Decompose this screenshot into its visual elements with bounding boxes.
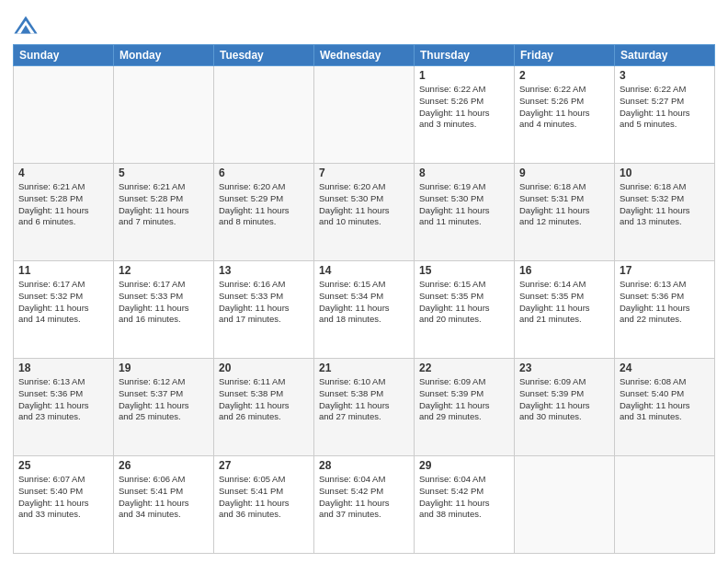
- calendar-cell: 14Sunrise: 6:15 AM Sunset: 5:34 PM Dayli…: [314, 261, 415, 359]
- day-number: 7: [319, 167, 409, 179]
- calendar-cell: [214, 66, 314, 164]
- day-info: Sunrise: 6:04 AM Sunset: 5:42 PM Dayligh…: [419, 474, 509, 521]
- day-info: Sunrise: 6:17 AM Sunset: 5:33 PM Dayligh…: [119, 279, 209, 326]
- day-info: Sunrise: 6:22 AM Sunset: 5:26 PM Dayligh…: [519, 84, 609, 131]
- day-info: Sunrise: 6:20 AM Sunset: 5:29 PM Dayligh…: [219, 181, 309, 228]
- day-info: Sunrise: 6:04 AM Sunset: 5:42 PM Dayligh…: [319, 474, 409, 521]
- day-info: Sunrise: 6:18 AM Sunset: 5:32 PM Dayligh…: [620, 181, 710, 228]
- day-info: Sunrise: 6:15 AM Sunset: 5:34 PM Dayligh…: [319, 279, 409, 326]
- day-number: 3: [620, 69, 710, 82]
- day-info: Sunrise: 6:13 AM Sunset: 5:36 PM Dayligh…: [620, 279, 710, 326]
- page: SundayMondayTuesdayWednesdayThursdayFrid…: [0, 0, 728, 563]
- day-info: Sunrise: 6:08 AM Sunset: 5:40 PM Dayligh…: [620, 376, 710, 423]
- calendar-cell: [515, 456, 615, 554]
- weekday-header-monday: Monday: [114, 45, 214, 66]
- day-number: 13: [219, 264, 309, 277]
- calendar-cell: 24Sunrise: 6:08 AM Sunset: 5:40 PM Dayli…: [615, 359, 715, 456]
- day-number: 22: [419, 362, 509, 374]
- day-info: Sunrise: 6:10 AM Sunset: 5:38 PM Dayligh…: [319, 376, 409, 423]
- day-info: Sunrise: 6:11 AM Sunset: 5:38 PM Dayligh…: [219, 376, 309, 423]
- day-info: Sunrise: 6:06 AM Sunset: 5:41 PM Dayligh…: [119, 474, 209, 521]
- calendar-cell: 2Sunrise: 6:22 AM Sunset: 5:26 PM Daylig…: [515, 66, 615, 164]
- calendar-table: SundayMondayTuesdayWednesdayThursdayFrid…: [13, 44, 715, 554]
- day-number: 18: [18, 362, 108, 374]
- calendar-cell: 27Sunrise: 6:05 AM Sunset: 5:41 PM Dayli…: [214, 456, 314, 554]
- weekday-header-thursday: Thursday: [415, 45, 515, 66]
- week-row-1: 1Sunrise: 6:22 AM Sunset: 5:26 PM Daylig…: [14, 66, 715, 164]
- day-info: Sunrise: 6:13 AM Sunset: 5:36 PM Dayligh…: [18, 376, 108, 423]
- day-info: Sunrise: 6:21 AM Sunset: 5:28 PM Dayligh…: [119, 181, 209, 228]
- calendar-cell: [114, 66, 214, 164]
- day-number: 16: [519, 264, 609, 277]
- day-number: 27: [219, 459, 309, 472]
- calendar-cell: 17Sunrise: 6:13 AM Sunset: 5:36 PM Dayli…: [615, 261, 715, 359]
- calendar-cell: 13Sunrise: 6:16 AM Sunset: 5:33 PM Dayli…: [214, 261, 314, 359]
- week-row-4: 18Sunrise: 6:13 AM Sunset: 5:36 PM Dayli…: [14, 359, 715, 456]
- day-number: 9: [519, 167, 609, 179]
- day-number: 29: [419, 459, 509, 472]
- calendar-cell: 16Sunrise: 6:14 AM Sunset: 5:35 PM Dayli…: [515, 261, 615, 359]
- day-number: 25: [18, 459, 108, 472]
- logo: [13, 13, 40, 39]
- day-info: Sunrise: 6:21 AM Sunset: 5:28 PM Dayligh…: [18, 181, 108, 228]
- calendar-cell: 20Sunrise: 6:11 AM Sunset: 5:38 PM Dayli…: [214, 359, 314, 456]
- day-number: 15: [419, 264, 509, 277]
- calendar-cell: 7Sunrise: 6:20 AM Sunset: 5:30 PM Daylig…: [314, 164, 415, 261]
- calendar-cell: [314, 66, 415, 164]
- calendar-cell: 4Sunrise: 6:21 AM Sunset: 5:28 PM Daylig…: [14, 164, 114, 261]
- day-number: 5: [119, 167, 209, 179]
- day-number: 17: [620, 264, 710, 277]
- calendar-cell: 15Sunrise: 6:15 AM Sunset: 5:35 PM Dayli…: [415, 261, 515, 359]
- week-row-5: 25Sunrise: 6:07 AM Sunset: 5:40 PM Dayli…: [14, 456, 715, 554]
- day-info: Sunrise: 6:05 AM Sunset: 5:41 PM Dayligh…: [219, 474, 309, 521]
- day-number: 14: [319, 264, 409, 277]
- day-number: 6: [219, 167, 309, 179]
- day-number: 10: [620, 167, 710, 179]
- day-number: 28: [319, 459, 409, 472]
- calendar-cell: 28Sunrise: 6:04 AM Sunset: 5:42 PM Dayli…: [314, 456, 415, 554]
- weekday-header-row: SundayMondayTuesdayWednesdayThursdayFrid…: [14, 45, 715, 66]
- day-number: 12: [119, 264, 209, 277]
- calendar-cell: 1Sunrise: 6:22 AM Sunset: 5:26 PM Daylig…: [415, 66, 515, 164]
- calendar-cell: 3Sunrise: 6:22 AM Sunset: 5:27 PM Daylig…: [615, 66, 715, 164]
- calendar-cell: 10Sunrise: 6:18 AM Sunset: 5:32 PM Dayli…: [615, 164, 715, 261]
- day-info: Sunrise: 6:18 AM Sunset: 5:31 PM Dayligh…: [519, 181, 609, 228]
- calendar-cell: 22Sunrise: 6:09 AM Sunset: 5:39 PM Dayli…: [415, 359, 515, 456]
- weekday-header-sunday: Sunday: [14, 45, 114, 66]
- day-number: 2: [519, 69, 609, 82]
- week-row-3: 11Sunrise: 6:17 AM Sunset: 5:32 PM Dayli…: [14, 261, 715, 359]
- weekday-header-wednesday: Wednesday: [314, 45, 415, 66]
- day-number: 11: [18, 264, 108, 277]
- weekday-header-friday: Friday: [515, 45, 615, 66]
- calendar-cell: [615, 456, 715, 554]
- calendar-cell: 26Sunrise: 6:06 AM Sunset: 5:41 PM Dayli…: [114, 456, 214, 554]
- calendar-cell: 6Sunrise: 6:20 AM Sunset: 5:29 PM Daylig…: [214, 164, 314, 261]
- week-row-2: 4Sunrise: 6:21 AM Sunset: 5:28 PM Daylig…: [14, 164, 715, 261]
- day-info: Sunrise: 6:20 AM Sunset: 5:30 PM Dayligh…: [319, 181, 409, 228]
- header: [13, 9, 715, 39]
- day-number: 8: [419, 167, 509, 179]
- day-info: Sunrise: 6:12 AM Sunset: 5:37 PM Dayligh…: [119, 376, 209, 423]
- calendar-cell: 8Sunrise: 6:19 AM Sunset: 5:30 PM Daylig…: [415, 164, 515, 261]
- day-info: Sunrise: 6:16 AM Sunset: 5:33 PM Dayligh…: [219, 279, 309, 326]
- calendar-cell: [14, 66, 114, 164]
- day-info: Sunrise: 6:07 AM Sunset: 5:40 PM Dayligh…: [18, 474, 108, 521]
- calendar-cell: 21Sunrise: 6:10 AM Sunset: 5:38 PM Dayli…: [314, 359, 415, 456]
- day-info: Sunrise: 6:15 AM Sunset: 5:35 PM Dayligh…: [419, 279, 509, 326]
- day-info: Sunrise: 6:09 AM Sunset: 5:39 PM Dayligh…: [519, 376, 609, 423]
- day-info: Sunrise: 6:22 AM Sunset: 5:26 PM Dayligh…: [419, 84, 509, 131]
- calendar-cell: 19Sunrise: 6:12 AM Sunset: 5:37 PM Dayli…: [114, 359, 214, 456]
- day-info: Sunrise: 6:17 AM Sunset: 5:32 PM Dayligh…: [18, 279, 108, 326]
- day-number: 20: [219, 362, 309, 374]
- day-number: 4: [18, 167, 108, 179]
- day-info: Sunrise: 6:14 AM Sunset: 5:35 PM Dayligh…: [519, 279, 609, 326]
- day-number: 21: [319, 362, 409, 374]
- calendar-cell: 29Sunrise: 6:04 AM Sunset: 5:42 PM Dayli…: [415, 456, 515, 554]
- calendar-cell: 23Sunrise: 6:09 AM Sunset: 5:39 PM Dayli…: [515, 359, 615, 456]
- calendar-cell: 9Sunrise: 6:18 AM Sunset: 5:31 PM Daylig…: [515, 164, 615, 261]
- logo-icon: [13, 13, 39, 39]
- day-number: 26: [119, 459, 209, 472]
- day-info: Sunrise: 6:22 AM Sunset: 5:27 PM Dayligh…: [620, 84, 710, 131]
- day-info: Sunrise: 6:09 AM Sunset: 5:39 PM Dayligh…: [419, 376, 509, 423]
- calendar-cell: 11Sunrise: 6:17 AM Sunset: 5:32 PM Dayli…: [14, 261, 114, 359]
